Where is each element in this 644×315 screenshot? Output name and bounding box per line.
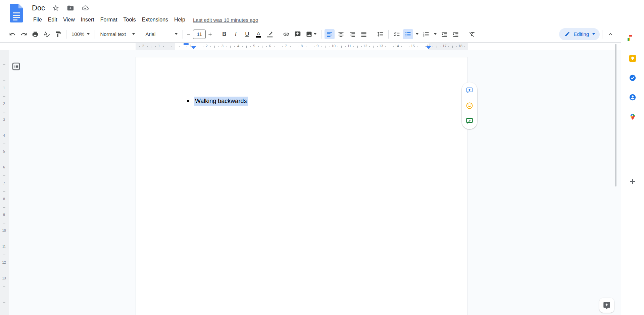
right-indent-marker[interactable] <box>426 46 431 49</box>
editing-mode-label: Editing <box>574 31 589 37</box>
calendar-icon[interactable]: 31 <box>629 35 636 42</box>
ruler-tick <box>214 46 215 48</box>
selected-text[interactable]: Walking backwards <box>194 97 248 106</box>
get-add-ons-button[interactable] <box>629 177 637 186</box>
numbered-list-options-arrow[interactable] <box>433 29 438 39</box>
increase-indent-button[interactable] <box>451 29 461 39</box>
bold-button[interactable]: B <box>219 29 229 39</box>
bulleted-list-options-arrow[interactable] <box>414 29 420 39</box>
toolbar-separator <box>388 30 389 39</box>
document-title[interactable]: Doc <box>32 3 45 13</box>
ruler-number: 12 <box>0 261 8 264</box>
undo-button[interactable] <box>7 29 17 39</box>
line-spacing-button[interactable] <box>375 29 385 39</box>
ruler-number: 6 <box>267 44 273 48</box>
ruler-number: 3 <box>0 118 8 122</box>
ruler-tick <box>3 128 5 128</box>
toolbar-separator <box>321 30 321 39</box>
ruler-number: 5 <box>251 44 257 48</box>
header: Doc File Edit View Insert Format Tools E… <box>0 0 644 26</box>
toolbar-separator <box>602 30 602 39</box>
first-line-indent-marker[interactable] <box>184 43 189 45</box>
ruler-tick <box>278 46 278 48</box>
menu-edit[interactable]: Edit <box>45 16 60 23</box>
redo-button[interactable] <box>19 29 29 39</box>
clear-formatting-button[interactable] <box>467 29 477 39</box>
text-color-button[interactable]: A <box>253 29 263 39</box>
menu-tools[interactable]: Tools <box>120 16 139 23</box>
last-edit-link[interactable]: Last edit was 10 minutes ago <box>193 17 258 23</box>
bulleted-list-button[interactable] <box>403 29 413 39</box>
ruler-tick <box>183 46 183 48</box>
menu-bar: File Edit View Insert Format Tools Exten… <box>30 15 258 24</box>
align-center-button[interactable] <box>336 29 346 39</box>
italic-button[interactable]: I <box>231 29 241 39</box>
justify-button[interactable] <box>359 29 369 39</box>
ruler-tick <box>341 46 342 48</box>
print-button[interactable] <box>30 29 40 39</box>
docs-logo-icon[interactable] <box>9 4 24 22</box>
numbered-list-button[interactable] <box>421 29 431 39</box>
align-left-button[interactable] <box>325 29 335 39</box>
tasks-icon[interactable] <box>629 74 636 82</box>
ruler-number: 1 <box>156 44 162 48</box>
insert-image-button[interactable] <box>304 29 318 39</box>
decrease-font-size-button[interactable] <box>186 29 191 39</box>
document-page[interactable]: Walking backwards <box>136 57 467 315</box>
ruler-tick <box>3 286 5 287</box>
checklist-button[interactable] <box>392 29 402 39</box>
ruler-tick <box>203 46 203 47</box>
ruler-tick <box>218 46 219 47</box>
ruler-number: 9 <box>0 213 8 217</box>
zoom-select[interactable]: 100% <box>69 29 92 39</box>
ruler-number: 2 <box>140 44 146 48</box>
menu-view[interactable]: View <box>60 16 78 23</box>
star-icon[interactable] <box>52 4 60 12</box>
bullet-marker <box>187 100 189 102</box>
document-outline-icon[interactable] <box>11 61 21 71</box>
ruler-number: 13 <box>379 44 384 48</box>
editing-mode-select[interactable]: Editing <box>559 28 600 40</box>
keep-icon[interactable] <box>629 55 636 62</box>
align-right-button[interactable] <box>347 29 357 39</box>
contacts-icon[interactable] <box>629 94 636 101</box>
insert-link-button[interactable] <box>281 29 291 39</box>
move-folder-icon[interactable] <box>66 4 75 12</box>
paragraph-style-select[interactable]: Normal text <box>97 29 138 39</box>
explore-button[interactable] <box>599 298 614 313</box>
ruler-tick <box>294 46 294 48</box>
font-size-input[interactable]: 11 <box>193 30 206 39</box>
ruler-tick <box>266 46 267 47</box>
highlight-color-button[interactable] <box>265 29 275 39</box>
ruler-number: 11 <box>347 44 352 48</box>
ruler-tick <box>417 46 417 47</box>
paint-format-button[interactable] <box>53 29 63 39</box>
menu-extensions[interactable]: Extensions <box>139 16 171 23</box>
ruler-tick <box>3 144 5 144</box>
maps-icon[interactable] <box>629 113 636 120</box>
spell-check-button[interactable] <box>42 29 52 39</box>
menu-file[interactable]: File <box>30 16 45 23</box>
cloud-save-status-icon[interactable] <box>81 4 89 12</box>
increase-font-size-button[interactable] <box>207 29 213 39</box>
underline-button[interactable]: U <box>242 29 252 39</box>
emoji-reaction-button[interactable] <box>465 101 474 110</box>
menu-format[interactable]: Format <box>97 16 120 23</box>
document-canvas: Walking backwards <box>9 50 621 315</box>
ruler-tick <box>425 46 426 47</box>
hide-menus-button[interactable] <box>605 29 615 39</box>
decrease-indent-button[interactable] <box>439 29 449 39</box>
side-panel-divider <box>624 163 641 163</box>
ruler-tick <box>155 46 156 47</box>
ruler-tick <box>3 160 5 160</box>
font-family-select[interactable]: Arial <box>143 29 180 39</box>
left-indent-marker[interactable] <box>191 46 196 49</box>
vertical-scrollbar[interactable] <box>615 44 616 187</box>
ruler-number: 9 <box>315 44 320 48</box>
add-comment-margin-button[interactable] <box>465 86 474 95</box>
suggest-edits-button[interactable] <box>465 116 474 125</box>
add-comment-button[interactable] <box>293 29 303 39</box>
ruler-number: 18 <box>458 44 463 48</box>
menu-help[interactable]: Help <box>171 16 188 23</box>
menu-insert[interactable]: Insert <box>78 16 97 23</box>
